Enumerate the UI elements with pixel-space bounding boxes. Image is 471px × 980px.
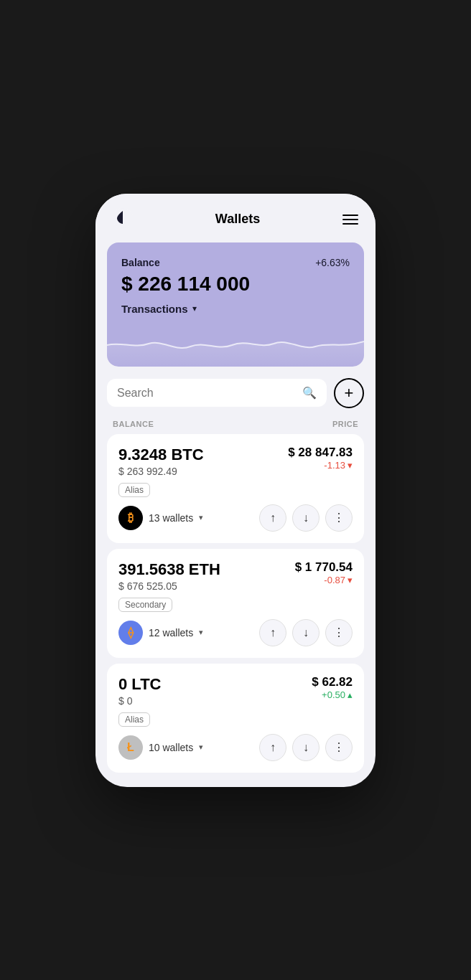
btc-alias[interactable]: Alias: [118, 483, 150, 497]
ltc-wallet-chevron-icon: ▾: [199, 743, 203, 752]
search-input[interactable]: [117, 387, 297, 400]
page-title: Wallets: [215, 212, 260, 227]
eth-wallet-chevron-icon: ▾: [199, 628, 203, 637]
balance-percent: +6.63%: [315, 257, 350, 268]
btc-send-button[interactable]: ↑: [259, 504, 286, 532]
ltc-change: +0.50 ▴: [312, 689, 353, 700]
transactions-label: Transactions: [121, 303, 188, 315]
eth-send-button[interactable]: ↑: [259, 619, 286, 646]
btc-wallet-count: 13 wallets: [149, 512, 193, 524]
ltc-logo: Ł: [118, 735, 143, 760]
price-column-header: PRICE: [332, 420, 358, 428]
add-wallet-button[interactable]: +: [334, 378, 364, 408]
coin-card-ltc: 0 LTC $ 0 $ 62.82 +0.50 ▴ Alias Ł 10 wal…: [107, 664, 364, 773]
eth-alias[interactable]: Secondary: [118, 598, 172, 612]
btc-change-arrow: ▾: [348, 460, 353, 471]
eth-price: $ 1 770.54: [295, 560, 353, 575]
btc-wallet-chevron-icon: ▾: [199, 513, 203, 522]
ltc-receive-button[interactable]: ↓: [292, 734, 320, 761]
ltc-more-button[interactable]: ⋮: [325, 734, 353, 761]
eth-wallet-count: 12 wallets: [149, 627, 193, 639]
header: Wallets: [95, 194, 376, 242]
balance-label: Balance: [121, 257, 160, 268]
ltc-price: $ 62.82: [312, 675, 353, 689]
menu-icon[interactable]: [342, 215, 358, 225]
ltc-wallet-info[interactable]: Ł 10 wallets ▾: [118, 735, 203, 760]
btc-actions: ↑ ↓ ⋮: [259, 504, 353, 532]
search-icon: 🔍: [302, 386, 317, 400]
btc-logo: ₿: [118, 506, 143, 530]
search-row: 🔍 +: [95, 378, 376, 417]
eth-wallet-info[interactable]: ⟠ 12 wallets ▾: [118, 621, 203, 645]
ltc-change-arrow: ▴: [348, 689, 353, 700]
coin-card-btc: 9.3248 BTC $ 263 992.49 $ 28 847.83 -1.1…: [107, 434, 364, 543]
coin-list: 9.3248 BTC $ 263 992.49 $ 28 847.83 -1.1…: [95, 434, 376, 787]
btc-change: -1.13 ▾: [288, 460, 353, 471]
eth-more-button[interactable]: ⋮: [325, 619, 353, 646]
phone-frame: Wallets Balance +6.63% $ 226 114 000 Tra…: [95, 194, 376, 787]
btc-usd: $ 263 992.49: [118, 466, 204, 477]
ltc-wallet-count: 10 wallets: [149, 742, 193, 753]
ltc-alias[interactable]: Alias: [118, 712, 150, 727]
balance-amount: $ 226 114 000: [121, 273, 350, 296]
transactions-row[interactable]: Transactions ▾: [121, 303, 350, 324]
ltc-amount: 0 LTC: [118, 675, 161, 694]
eth-change: -0.87 ▾: [295, 575, 353, 585]
btc-wallet-info[interactable]: ₿ 13 wallets ▾: [118, 506, 203, 530]
btc-more-button[interactable]: ⋮: [325, 504, 353, 532]
coin-card-eth: 391.5638 ETH $ 676 525.05 $ 1 770.54 -0.…: [107, 549, 364, 658]
ltc-actions: ↑ ↓ ⋮: [259, 734, 353, 761]
ltc-send-button[interactable]: ↑: [259, 734, 286, 761]
transactions-chevron-icon: ▾: [192, 303, 197, 314]
list-header: BALANCE PRICE: [95, 417, 376, 434]
btc-receive-button[interactable]: ↓: [292, 504, 320, 532]
balance-column-header: BALANCE: [113, 420, 154, 428]
eth-change-arrow: ▾: [348, 575, 353, 585]
eth-logo: ⟠: [118, 621, 143, 645]
eth-usd: $ 676 525.05: [118, 580, 220, 592]
eth-actions: ↑ ↓ ⋮: [259, 619, 353, 646]
ltc-usd: $ 0: [118, 695, 161, 707]
eth-receive-button[interactable]: ↓: [292, 619, 320, 646]
search-box: 🔍: [107, 379, 327, 407]
balance-card: Balance +6.63% $ 226 114 000 Transaction…: [107, 242, 364, 367]
balance-chart: [107, 324, 364, 367]
btc-amount: 9.3248 BTC: [118, 446, 204, 464]
btc-price: $ 28 847.83: [288, 446, 353, 460]
eth-amount: 391.5638 ETH: [118, 560, 220, 579]
logo: [113, 208, 133, 231]
